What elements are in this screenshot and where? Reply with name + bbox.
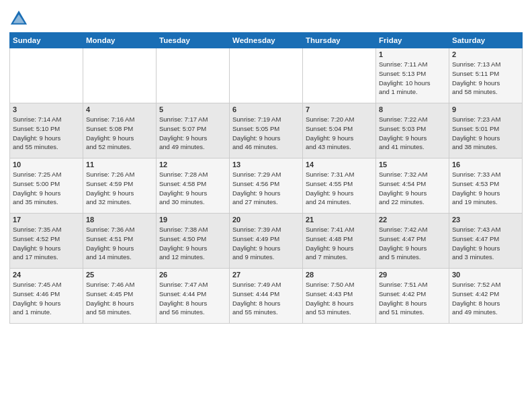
day-info: Sunrise: 7:32 AM Sunset: 4:54 PM Dayligh… xyxy=(379,170,446,207)
calendar-cell: 15Sunrise: 7:32 AM Sunset: 4:54 PM Dayli… xyxy=(376,158,449,214)
day-number: 6 xyxy=(232,105,300,113)
logo xyxy=(9,9,30,28)
calendar-cell: 27Sunrise: 7:49 AM Sunset: 4:44 PM Dayli… xyxy=(230,269,303,324)
logo-icon xyxy=(9,9,28,28)
calendar-cell xyxy=(83,48,157,103)
calendar-cell: 29Sunrise: 7:51 AM Sunset: 4:42 PM Dayli… xyxy=(376,269,449,324)
day-info: Sunrise: 7:13 AM Sunset: 5:11 PM Dayligh… xyxy=(452,60,519,97)
calendar-cell: 10Sunrise: 7:25 AM Sunset: 5:00 PM Dayli… xyxy=(10,158,83,214)
day-info: Sunrise: 7:35 AM Sunset: 4:52 PM Dayligh… xyxy=(13,225,80,262)
day-info: Sunrise: 7:17 AM Sunset: 5:07 PM Dayligh… xyxy=(159,115,226,152)
calendar-cell: 12Sunrise: 7:28 AM Sunset: 4:58 PM Dayli… xyxy=(157,158,230,214)
day-number: 7 xyxy=(306,105,373,113)
day-number: 21 xyxy=(306,216,373,224)
day-number: 22 xyxy=(379,216,446,224)
day-number: 25 xyxy=(86,271,153,279)
weekday-header-cell: Saturday xyxy=(449,33,523,48)
weekday-header-row: SundayMondayTuesdayWednesdayThursdayFrid… xyxy=(10,33,523,48)
calendar-week-row: 10Sunrise: 7:25 AM Sunset: 5:00 PM Dayli… xyxy=(10,158,523,214)
day-number: 16 xyxy=(452,161,519,169)
day-number: 11 xyxy=(86,161,153,169)
calendar-table: SundayMondayTuesdayWednesdayThursdayFrid… xyxy=(9,32,523,324)
weekday-header-cell: Thursday xyxy=(303,33,376,48)
weekday-header-cell: Tuesday xyxy=(157,33,230,48)
calendar-body: 1Sunrise: 7:11 AM Sunset: 5:13 PM Daylig… xyxy=(10,48,523,324)
calendar-week-row: 17Sunrise: 7:35 AM Sunset: 4:52 PM Dayli… xyxy=(10,214,523,269)
day-info: Sunrise: 7:46 AM Sunset: 4:45 PM Dayligh… xyxy=(86,280,153,317)
weekday-header-cell: Wednesday xyxy=(230,33,303,48)
day-info: Sunrise: 7:42 AM Sunset: 4:47 PM Dayligh… xyxy=(379,225,446,262)
day-info: Sunrise: 7:45 AM Sunset: 4:46 PM Dayligh… xyxy=(13,280,80,317)
day-number: 28 xyxy=(306,271,373,279)
day-number: 27 xyxy=(232,271,300,279)
day-info: Sunrise: 7:49 AM Sunset: 4:44 PM Dayligh… xyxy=(232,280,300,317)
calendar-cell xyxy=(303,48,376,103)
weekday-header-cell: Sunday xyxy=(10,33,83,48)
calendar-cell: 24Sunrise: 7:45 AM Sunset: 4:46 PM Dayli… xyxy=(10,269,83,324)
day-info: Sunrise: 7:31 AM Sunset: 4:55 PM Dayligh… xyxy=(306,170,373,207)
day-number: 1 xyxy=(379,50,446,58)
day-number: 12 xyxy=(159,161,226,169)
day-number: 4 xyxy=(86,105,153,113)
day-number: 15 xyxy=(379,161,446,169)
day-info: Sunrise: 7:28 AM Sunset: 4:58 PM Dayligh… xyxy=(159,170,226,207)
day-info: Sunrise: 7:16 AM Sunset: 5:08 PM Dayligh… xyxy=(86,115,153,152)
day-number: 10 xyxy=(13,161,80,169)
day-info: Sunrise: 7:51 AM Sunset: 4:42 PM Dayligh… xyxy=(379,280,446,317)
day-info: Sunrise: 7:38 AM Sunset: 4:50 PM Dayligh… xyxy=(159,225,226,262)
calendar-cell: 2Sunrise: 7:13 AM Sunset: 5:11 PM Daylig… xyxy=(449,48,523,103)
page: SundayMondayTuesdayWednesdayThursdayFrid… xyxy=(0,0,532,411)
day-number: 3 xyxy=(13,105,80,113)
calendar-cell: 1Sunrise: 7:11 AM Sunset: 5:13 PM Daylig… xyxy=(376,48,449,103)
day-info: Sunrise: 7:47 AM Sunset: 4:44 PM Dayligh… xyxy=(159,280,226,317)
calendar-cell: 4Sunrise: 7:16 AM Sunset: 5:08 PM Daylig… xyxy=(83,103,157,158)
day-info: Sunrise: 7:25 AM Sunset: 5:00 PM Dayligh… xyxy=(13,170,80,207)
day-number: 29 xyxy=(379,271,446,279)
day-info: Sunrise: 7:41 AM Sunset: 4:48 PM Dayligh… xyxy=(306,225,373,262)
day-number: 13 xyxy=(232,161,300,169)
calendar-cell: 25Sunrise: 7:46 AM Sunset: 4:45 PM Dayli… xyxy=(83,269,157,324)
day-info: Sunrise: 7:39 AM Sunset: 4:49 PM Dayligh… xyxy=(232,225,300,262)
calendar-cell: 20Sunrise: 7:39 AM Sunset: 4:49 PM Dayli… xyxy=(230,214,303,269)
day-number: 9 xyxy=(452,105,519,113)
calendar-cell: 21Sunrise: 7:41 AM Sunset: 4:48 PM Dayli… xyxy=(303,214,376,269)
day-info: Sunrise: 7:23 AM Sunset: 5:01 PM Dayligh… xyxy=(452,115,519,152)
day-number: 2 xyxy=(452,50,519,58)
day-number: 23 xyxy=(452,216,519,224)
day-info: Sunrise: 7:22 AM Sunset: 5:03 PM Dayligh… xyxy=(379,115,446,152)
calendar-week-row: 1Sunrise: 7:11 AM Sunset: 5:13 PM Daylig… xyxy=(10,48,523,103)
calendar-cell: 8Sunrise: 7:22 AM Sunset: 5:03 PM Daylig… xyxy=(376,103,449,158)
day-number: 8 xyxy=(379,105,446,113)
calendar-cell: 3Sunrise: 7:14 AM Sunset: 5:10 PM Daylig… xyxy=(10,103,83,158)
calendar-cell: 26Sunrise: 7:47 AM Sunset: 4:44 PM Dayli… xyxy=(157,269,230,324)
day-number: 26 xyxy=(159,271,226,279)
calendar-cell: 23Sunrise: 7:43 AM Sunset: 4:47 PM Dayli… xyxy=(449,214,523,269)
calendar-header: SundayMondayTuesdayWednesdayThursdayFrid… xyxy=(10,33,523,48)
weekday-header-cell: Monday xyxy=(83,33,157,48)
day-info: Sunrise: 7:11 AM Sunset: 5:13 PM Dayligh… xyxy=(379,60,446,97)
weekday-header-cell: Friday xyxy=(376,33,449,48)
day-number: 20 xyxy=(232,216,300,224)
day-info: Sunrise: 7:19 AM Sunset: 5:05 PM Dayligh… xyxy=(232,115,300,152)
calendar-cell: 6Sunrise: 7:19 AM Sunset: 5:05 PM Daylig… xyxy=(230,103,303,158)
day-number: 19 xyxy=(159,216,226,224)
day-info: Sunrise: 7:43 AM Sunset: 4:47 PM Dayligh… xyxy=(452,225,519,262)
calendar-cell: 14Sunrise: 7:31 AM Sunset: 4:55 PM Dayli… xyxy=(303,158,376,214)
calendar-cell xyxy=(157,48,230,103)
day-number: 14 xyxy=(306,161,373,169)
day-number: 18 xyxy=(86,216,153,224)
calendar-week-row: 3Sunrise: 7:14 AM Sunset: 5:10 PM Daylig… xyxy=(10,103,523,158)
day-info: Sunrise: 7:52 AM Sunset: 4:42 PM Dayligh… xyxy=(452,280,519,317)
calendar-week-row: 24Sunrise: 7:45 AM Sunset: 4:46 PM Dayli… xyxy=(10,269,523,324)
calendar-cell: 17Sunrise: 7:35 AM Sunset: 4:52 PM Dayli… xyxy=(10,214,83,269)
day-info: Sunrise: 7:50 AM Sunset: 4:43 PM Dayligh… xyxy=(306,280,373,317)
day-info: Sunrise: 7:26 AM Sunset: 4:59 PM Dayligh… xyxy=(86,170,153,207)
day-number: 5 xyxy=(159,105,226,113)
calendar-cell: 28Sunrise: 7:50 AM Sunset: 4:43 PM Dayli… xyxy=(303,269,376,324)
day-number: 17 xyxy=(13,216,80,224)
calendar-cell: 16Sunrise: 7:33 AM Sunset: 4:53 PM Dayli… xyxy=(449,158,523,214)
calendar-cell: 5Sunrise: 7:17 AM Sunset: 5:07 PM Daylig… xyxy=(157,103,230,158)
calendar-cell: 30Sunrise: 7:52 AM Sunset: 4:42 PM Dayli… xyxy=(449,269,523,324)
day-number: 30 xyxy=(452,271,519,279)
calendar-cell: 11Sunrise: 7:26 AM Sunset: 4:59 PM Dayli… xyxy=(83,158,157,214)
